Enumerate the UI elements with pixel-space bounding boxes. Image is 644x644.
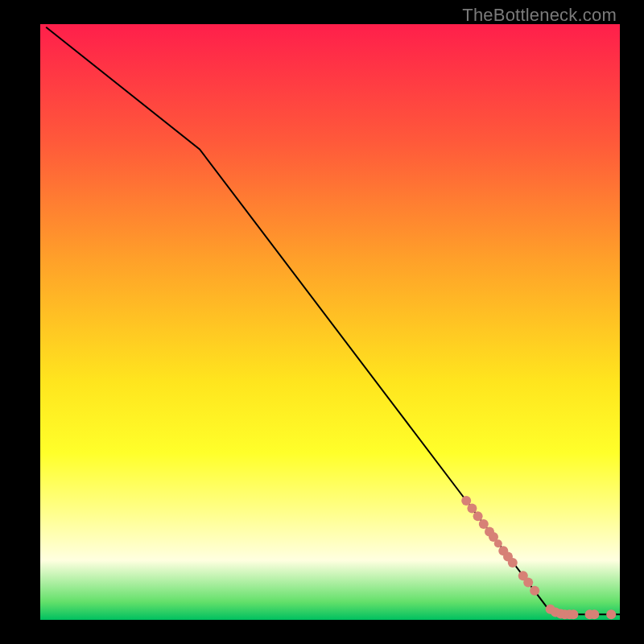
watermark-text: TheBottleneck.com <box>462 5 617 26</box>
data-marker <box>530 586 539 596</box>
data-marker <box>568 609 578 619</box>
chart-svg <box>40 24 620 620</box>
plot-area <box>40 24 620 620</box>
chart-stage: TheBottleneck.com <box>0 0 644 644</box>
data-marker <box>523 577 533 587</box>
data-marker <box>467 504 477 514</box>
data-marker <box>494 539 502 547</box>
data-marker <box>473 511 483 521</box>
data-marker <box>461 496 471 506</box>
data-marker <box>589 609 599 619</box>
data-marker <box>508 558 518 568</box>
data-marker <box>479 519 489 529</box>
data-marker <box>606 609 616 619</box>
